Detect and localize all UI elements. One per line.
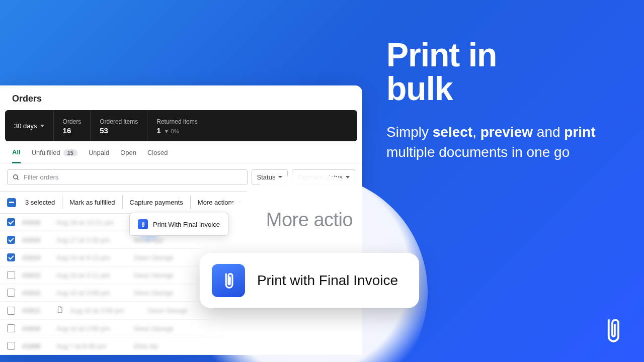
table-row[interactable]: #1009Aug 7 at 8:49 pmEthe Alp <box>0 337 362 355</box>
order-date: Aug 7 at 8:49 pm <box>56 342 127 350</box>
order-id: #1010 <box>22 325 49 332</box>
chevron-down-icon <box>346 176 350 178</box>
search-icon <box>13 174 20 181</box>
chevron-down-icon <box>40 125 44 127</box>
order-date: Aug 14 at 9:13 pm <box>56 254 127 261</box>
more-actions-dropdown: Print With Final Invoice <box>129 213 228 236</box>
tab-open[interactable]: Open <box>120 148 136 163</box>
tab-unpaid[interactable]: Unpaid <box>89 148 109 163</box>
order-date: Aug 10 at 2:56 pm <box>56 325 127 332</box>
order-id: #1014 <box>22 254 49 261</box>
order-date: Aug 10 at 3:00 pm <box>70 307 141 314</box>
order-id: #1009 <box>22 342 49 350</box>
select-all-checkbox[interactable] <box>7 198 16 207</box>
status-filter[interactable]: Status <box>252 169 288 185</box>
order-id: #1013 <box>22 272 49 279</box>
tab-all[interactable]: All <box>12 148 21 163</box>
row-checkbox[interactable] <box>7 271 15 279</box>
chevron-down-icon <box>238 201 242 204</box>
stat-returned-items[interactable]: Returned items 1▼ 0% <box>147 110 357 141</box>
unfulfilled-badge: 15 <box>63 149 77 156</box>
row-checkbox[interactable] <box>7 307 15 315</box>
svg-point-0 <box>14 174 18 178</box>
order-date: Aug 10 at 3:11 pm <box>56 272 127 279</box>
hero-subtitle: Simply select, preview and print multipl… <box>386 122 608 163</box>
search-input[interactable]: Filter orders <box>7 169 248 185</box>
zoom-card[interactable]: Print with Final Invoice <box>200 253 419 308</box>
app-icon <box>212 264 245 297</box>
order-date: Aug 10 at 3:08 pm <box>56 289 127 297</box>
document-icon <box>56 306 63 315</box>
customer-name: Geon George <box>134 325 355 332</box>
stats-bar: 30 days Orders 16 Ordered items 53 Retur… <box>5 110 357 141</box>
app-icon <box>138 219 148 229</box>
filters-row: Filter orders Status Payment status <box>0 163 362 191</box>
row-checkbox[interactable] <box>7 324 15 332</box>
row-checkbox[interactable] <box>7 236 15 244</box>
page-title: Orders <box>0 85 362 110</box>
brand-logo <box>598 316 627 347</box>
hero-title: Print in bulk <box>386 38 608 106</box>
row-checkbox[interactable] <box>7 218 15 226</box>
order-id: #1011 <box>22 307 49 314</box>
customer-name: Ethe Alp <box>134 342 355 350</box>
chevron-down-icon <box>278 176 282 178</box>
row-checkbox[interactable] <box>7 253 15 261</box>
print-final-invoice-item[interactable]: Print With Final Invoice <box>133 216 225 232</box>
order-id: #1012 <box>22 289 49 297</box>
row-checkbox[interactable] <box>7 342 15 350</box>
order-date: Aug 18 at 12:21 pm <box>56 219 127 226</box>
orders-window: Orders 30 days Orders 16 Ordered items 5… <box>0 85 362 355</box>
zoom-item-label: Print with Final Invoice <box>257 273 398 289</box>
customer-name: Meral Ajar <box>134 236 355 244</box>
svg-line-1 <box>17 178 19 179</box>
tab-closed[interactable]: Closed <box>147 148 168 163</box>
order-id: #1015 <box>22 236 49 244</box>
row-checkbox[interactable] <box>7 289 15 297</box>
date-range-selector[interactable]: 30 days <box>5 110 54 141</box>
selection-count: 3 selected <box>18 196 62 209</box>
tab-unfulfilled[interactable]: Unfulfilled15 <box>32 148 77 163</box>
order-date: Aug 17 at 2:30 pm <box>56 236 127 244</box>
capture-payments-button[interactable]: Capture payments <box>123 196 191 209</box>
stat-ordered-items[interactable]: Ordered items 53 <box>91 110 147 141</box>
order-id: #1016 <box>22 219 49 226</box>
order-tabs: All Unfulfilled15 Unpaid Open Closed <box>0 141 362 163</box>
mark-fulfilled-button[interactable]: Mark as fulfilled <box>62 196 122 209</box>
hero-copy: Print in bulk Simply select, preview and… <box>386 38 608 163</box>
stat-orders[interactable]: Orders 16 <box>54 110 91 141</box>
more-actions-button[interactable]: More actions <box>191 196 250 209</box>
bulk-action-bar: 3 selected Mark as fulfilled Capture pay… <box>0 191 362 214</box>
table-row[interactable]: #1010Aug 10 at 2:56 pmGeon George <box>0 320 362 337</box>
payment-status-filter[interactable]: Payment status <box>292 169 355 185</box>
